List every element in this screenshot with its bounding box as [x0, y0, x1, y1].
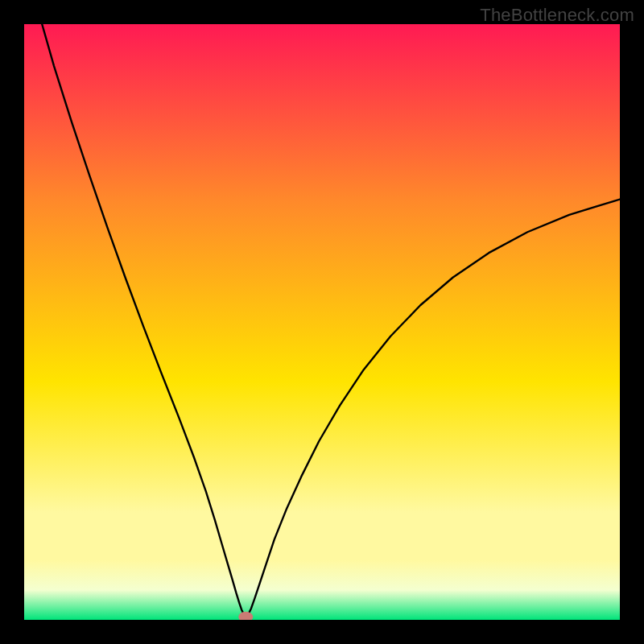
- chart-frame: TheBottleneck.com: [0, 0, 644, 644]
- chart-overlay: [24, 24, 620, 620]
- bottleneck-curve: [42, 24, 620, 617]
- plot-area: [24, 24, 620, 620]
- minimum-marker: [238, 612, 253, 620]
- watermark-text: TheBottleneck.com: [480, 5, 634, 26]
